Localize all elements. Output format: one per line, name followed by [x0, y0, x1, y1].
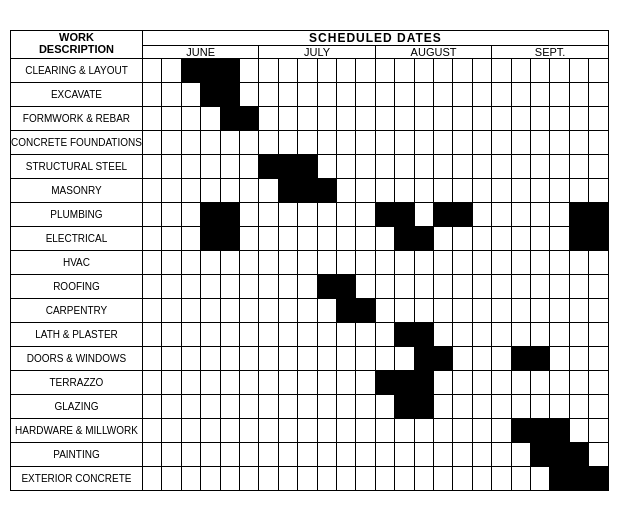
- work-label: CONCRETE FOUNDATIONS: [11, 130, 143, 154]
- grid-cell: [239, 394, 258, 418]
- grid-cell: [511, 106, 530, 130]
- grid-cell: [162, 154, 181, 178]
- grid-cell: [337, 202, 356, 226]
- grid-cell: [298, 154, 317, 178]
- grid-cell: [239, 466, 258, 490]
- grid-cell: [414, 274, 433, 298]
- grid-cell: [492, 442, 511, 466]
- grid-cell: [278, 226, 297, 250]
- grid-cell: [317, 154, 336, 178]
- work-label: PLUMBING: [11, 202, 143, 226]
- grid-cell: [181, 154, 200, 178]
- grid-cell: [356, 346, 375, 370]
- grid-cell: [259, 226, 278, 250]
- grid-cell: [239, 250, 258, 274]
- grid-cell: [453, 226, 472, 250]
- grid-cell: [317, 346, 336, 370]
- grid-cell: [511, 250, 530, 274]
- grid-cell: [278, 130, 297, 154]
- grid-cell: [414, 154, 433, 178]
- grid-cell: [569, 274, 588, 298]
- grid-cell: [472, 298, 491, 322]
- grid-cell: [317, 250, 336, 274]
- grid-cell: [550, 466, 569, 490]
- grid-cell: [317, 82, 336, 106]
- grid-cell: [434, 106, 453, 130]
- grid-cell: [162, 250, 181, 274]
- grid-cell: [259, 202, 278, 226]
- grid-cell: [162, 442, 181, 466]
- grid-cell: [414, 106, 433, 130]
- grid-cell: [356, 274, 375, 298]
- grid-cell: [142, 226, 161, 250]
- grid-cell: [142, 346, 161, 370]
- grid-cell: [395, 250, 414, 274]
- work-label: CARPENTRY: [11, 298, 143, 322]
- grid-cell: [453, 346, 472, 370]
- grid-cell: [395, 394, 414, 418]
- table-row: GLAZING: [11, 394, 609, 418]
- grid-cell: [181, 394, 200, 418]
- grid-cell: [531, 370, 550, 394]
- grid-cell: [298, 322, 317, 346]
- grid-cell: [531, 226, 550, 250]
- grid-cell: [550, 298, 569, 322]
- grid-cell: [395, 322, 414, 346]
- grid-cell: [472, 250, 491, 274]
- grid-cell: [434, 274, 453, 298]
- grid-cell: [511, 274, 530, 298]
- grid-cell: [201, 322, 220, 346]
- grid-cell: [337, 346, 356, 370]
- grid-cell: [453, 394, 472, 418]
- grid-cell: [531, 58, 550, 82]
- grid-cell: [589, 322, 609, 346]
- grid-cell: [278, 58, 297, 82]
- work-label: GLAZING: [11, 394, 143, 418]
- grid-cell: [531, 154, 550, 178]
- grid-cell: [395, 418, 414, 442]
- grid-cell: [492, 202, 511, 226]
- grid-cell: [201, 418, 220, 442]
- grid-cell: [201, 298, 220, 322]
- grid-cell: [239, 370, 258, 394]
- grid-cell: [317, 370, 336, 394]
- work-label: ROOFING: [11, 274, 143, 298]
- grid-cell: [492, 154, 511, 178]
- grid-cell: [337, 370, 356, 394]
- grid-cell: [395, 274, 414, 298]
- grid-cell: [298, 130, 317, 154]
- grid-cell: [317, 322, 336, 346]
- grid-cell: [434, 154, 453, 178]
- grid-cell: [337, 466, 356, 490]
- grid-cell: [569, 82, 588, 106]
- table-row: EXTERIOR CONCRETE: [11, 466, 609, 490]
- grid-cell: [317, 418, 336, 442]
- grid-cell: [201, 274, 220, 298]
- grid-cell: [589, 346, 609, 370]
- grid-cell: [375, 250, 394, 274]
- grid-cell: [337, 322, 356, 346]
- grid-cell: [472, 346, 491, 370]
- grid-cell: [395, 82, 414, 106]
- grid-cell: [356, 418, 375, 442]
- work-label: MASONRY: [11, 178, 143, 202]
- grid-cell: [453, 250, 472, 274]
- grid-cell: [395, 466, 414, 490]
- work-label: FORMWORK & REBAR: [11, 106, 143, 130]
- grid-cell: [239, 346, 258, 370]
- grid-cell: [259, 418, 278, 442]
- grid-cell: [531, 82, 550, 106]
- grid-cell: [511, 154, 530, 178]
- grid-cell: [278, 466, 297, 490]
- grid-cell: [142, 178, 161, 202]
- grid-cell: [453, 130, 472, 154]
- table-row: STRUCTURAL STEEL: [11, 154, 609, 178]
- grid-cell: [259, 178, 278, 202]
- grid-cell: [531, 346, 550, 370]
- grid-cell: [531, 418, 550, 442]
- table-row: FORMWORK & REBAR: [11, 106, 609, 130]
- grid-cell: [239, 202, 258, 226]
- table-row: CLEARING & LAYOUT: [11, 58, 609, 82]
- grid-cell: [492, 370, 511, 394]
- grid-cell: [317, 274, 336, 298]
